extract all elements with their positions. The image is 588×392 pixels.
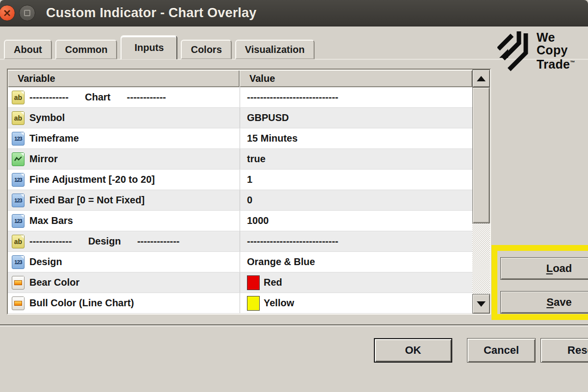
- variable-cell: 123 Timeframe: [8, 128, 240, 148]
- variable-cell: ab ------------- Design -------------: [8, 231, 240, 251]
- table-row[interactable]: ab Symbol GBPUSD: [8, 108, 472, 128]
- column-header-value: Value: [240, 70, 472, 87]
- variable-name: Bear Color: [29, 277, 79, 288]
- tab-common[interactable]: Common: [55, 40, 118, 59]
- variable-name: Timeframe: [29, 133, 79, 144]
- value-text: Orange & Blue: [247, 256, 315, 268]
- variable-cell: ab Symbol: [8, 108, 240, 128]
- wm-line-2: Copy: [537, 44, 575, 56]
- value-text: Yellow: [264, 297, 294, 309]
- variable-cell: Bear Color: [8, 272, 240, 293]
- value-cell[interactable]: Yellow: [240, 293, 472, 313]
- value-cell[interactable]: Red: [240, 272, 472, 293]
- variable-cell: Mirror: [8, 149, 240, 169]
- load-label: oad: [553, 262, 572, 274]
- footer-divider: [0, 324, 588, 326]
- column-header-variable: Variable: [8, 70, 240, 87]
- vertical-scrollbar[interactable]: [472, 70, 490, 314]
- table-row[interactable]: 123 Fine Adjustment [-20 to 20] 1: [8, 170, 472, 190]
- value-cell[interactable]: true: [240, 149, 472, 169]
- bool-param-icon: [12, 152, 24, 166]
- table-row[interactable]: Bear Color Red: [8, 272, 472, 293]
- scroll-up-button[interactable]: [472, 70, 490, 87]
- number-param-icon: 123: [12, 173, 24, 187]
- variable-name: Fine Adjustment [-20 to 20]: [29, 174, 155, 185]
- value-cell[interactable]: ----------------------------: [240, 231, 472, 251]
- save-label: ave: [554, 296, 572, 308]
- wm-line-3: Trade™: [537, 56, 575, 71]
- value-cell[interactable]: 15 Minutes: [240, 128, 472, 148]
- variable-cell: ab ------------ Chart ------------: [8, 87, 240, 107]
- tab-bar: About Common Inputs Colors Visualization: [4, 35, 315, 59]
- number-param-icon: 123: [12, 214, 24, 228]
- value-cell[interactable]: 1: [240, 170, 472, 190]
- ok-button[interactable]: OK: [374, 338, 452, 363]
- variable-cell: Bull Color (Line Chart): [8, 293, 240, 313]
- cancel-button[interactable]: Cancel: [467, 338, 536, 363]
- scroll-down-button[interactable]: [472, 294, 490, 314]
- load-button[interactable]: Load: [500, 257, 588, 280]
- value-text: 15 Minutes: [247, 133, 297, 144]
- value-cell[interactable]: ----------------------------: [240, 87, 472, 107]
- value-color-swatch: [247, 275, 260, 290]
- value-cell[interactable]: Orange & Blue: [240, 252, 472, 272]
- variable-name: Symbol: [29, 112, 65, 123]
- text-param-icon: ab: [12, 111, 24, 125]
- value-cell[interactable]: GBPUSD: [240, 108, 472, 128]
- variable-name: Bull Color (Line Chart): [29, 297, 134, 309]
- param-table-body: ab ------------ Chart ------------ -----…: [8, 87, 472, 314]
- variable-cell: 123 Max Bars: [8, 211, 240, 231]
- variable-cell: 123 Design: [8, 252, 240, 272]
- tab-visualization[interactable]: Visualization: [235, 40, 315, 59]
- wm-line-1: We: [537, 31, 575, 44]
- value-text: true: [247, 153, 266, 165]
- scroll-up-icon: [477, 76, 486, 81]
- table-row[interactable]: Bull Color (Line Chart) Yellow: [8, 293, 472, 314]
- value-text: ----------------------------: [247, 92, 338, 103]
- text-param-icon: ab: [12, 91, 24, 104]
- inputs-table: Variable Value ab ------------ Chart ---…: [7, 69, 491, 315]
- number-param-icon: 123: [12, 194, 24, 207]
- table-row[interactable]: ab ------------- Design ------------- --…: [8, 231, 472, 252]
- table-row[interactable]: 123 Fixed Bar [0 = Not Fixed] 0: [8, 190, 472, 211]
- trademark-symbol: ™: [570, 60, 575, 65]
- variable-name: Max Bars: [29, 215, 73, 226]
- text-param-icon: ab: [12, 235, 24, 248]
- tab-inputs[interactable]: Inputs: [121, 35, 177, 59]
- close-button[interactable]: ✕: [0, 5, 15, 21]
- value-cell[interactable]: 0: [240, 190, 472, 210]
- tab-colors[interactable]: Colors: [181, 40, 231, 59]
- title-bar: ✕ Custom Indicator - Chart Overlay: [0, 0, 588, 26]
- color-param-icon: [12, 296, 24, 310]
- variable-name: Fixed Bar [0 = Not Fixed]: [29, 195, 145, 206]
- variable-name: ------------- Design -------------: [29, 236, 180, 247]
- table-row[interactable]: ab ------------ Chart ------------ -----…: [8, 87, 472, 108]
- save-accel: S: [546, 296, 554, 308]
- value-text: 0: [247, 195, 252, 206]
- value-color-swatch: [247, 296, 260, 311]
- value-text: 1000: [247, 215, 269, 226]
- tab-about[interactable]: About: [4, 40, 52, 59]
- reset-button[interactable]: Reset: [540, 338, 588, 363]
- value-cell[interactable]: 1000: [240, 211, 472, 231]
- table-row[interactable]: 123 Max Bars 1000: [8, 211, 472, 231]
- wecopytrade-logo-icon: [497, 29, 533, 73]
- table-row[interactable]: 123 Timeframe 15 Minutes: [8, 128, 472, 149]
- value-text: Red: [264, 277, 282, 288]
- scroll-down-icon: [477, 301, 486, 307]
- restore-button[interactable]: [19, 5, 35, 21]
- color-param-icon: [12, 276, 24, 290]
- restore-icon: [24, 10, 30, 16]
- variable-name: Mirror: [29, 153, 58, 165]
- variable-cell: 123 Fine Adjustment [-20 to 20]: [8, 170, 240, 190]
- table-header: Variable Value: [8, 70, 472, 87]
- table-row[interactable]: Mirror true: [8, 149, 472, 170]
- variable-name: Design: [29, 256, 62, 268]
- table-row[interactable]: 123 Design Orange & Blue: [8, 252, 472, 272]
- save-button[interactable]: Save: [500, 291, 588, 314]
- number-param-icon: 123: [12, 255, 24, 269]
- watermark-logo: We Copy Trade™: [497, 27, 588, 74]
- variable-name: ------------ Chart ------------: [29, 92, 166, 103]
- variable-cell: 123 Fixed Bar [0 = Not Fixed]: [8, 190, 240, 210]
- scrollbar-thumb[interactable]: [472, 87, 490, 223]
